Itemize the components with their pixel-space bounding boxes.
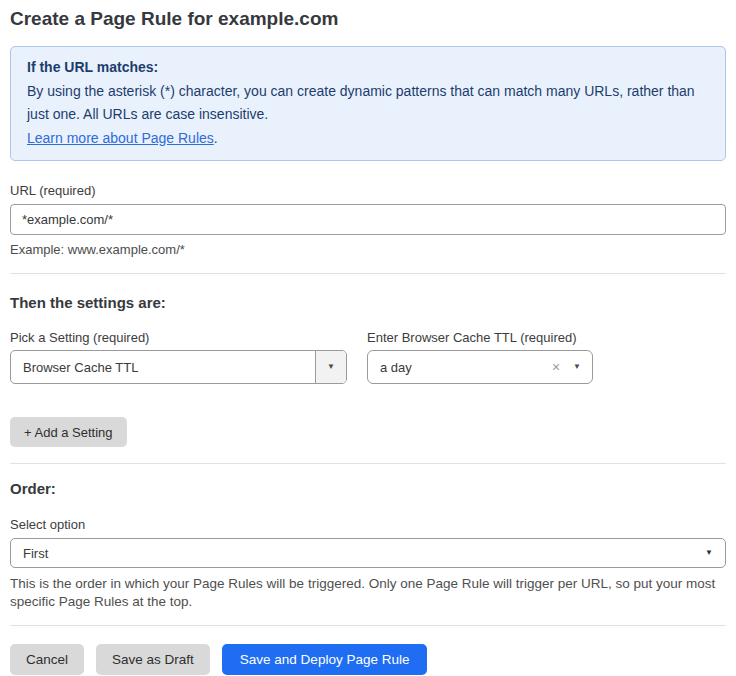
- ttl-picker-column: Enter Browser Cache TTL (required) a day…: [367, 330, 593, 384]
- chevron-down-icon: ▼: [705, 549, 713, 557]
- clear-icon[interactable]: ×: [552, 359, 560, 375]
- url-matches-info-box: If the URL matches: By using the asteris…: [10, 46, 726, 161]
- divider: [10, 625, 726, 626]
- order-section-heading: Order:: [10, 480, 726, 497]
- order-select[interactable]: First ▼: [10, 538, 726, 568]
- info-link-period: .: [214, 130, 218, 146]
- setting-picker-column: Pick a Setting (required) Browser Cache …: [10, 330, 347, 384]
- save-and-deploy-button[interactable]: Save and Deploy Page Rule: [222, 644, 428, 675]
- order-help-text: This is the order in which your Page Rul…: [10, 575, 726, 611]
- chevron-down-icon: ▼: [573, 363, 581, 371]
- divider: [10, 273, 726, 274]
- settings-row: Pick a Setting (required) Browser Cache …: [10, 330, 726, 384]
- info-box-body-text: By using the asterisk (*) character, you…: [27, 83, 695, 123]
- cancel-button[interactable]: Cancel: [10, 644, 84, 675]
- chevron-down-icon: ▼: [327, 363, 335, 371]
- setting-picker-arrow-cell[interactable]: ▼: [315, 351, 346, 383]
- url-field-label: URL (required): [10, 183, 726, 198]
- setting-picker-value: Browser Cache TTL: [11, 360, 315, 375]
- order-select-label: Select option: [10, 517, 726, 532]
- setting-picker-label: Pick a Setting (required): [10, 330, 347, 345]
- divider: [10, 463, 726, 464]
- create-page-rule-form: Create a Page Rule for example.com If th…: [0, 0, 736, 675]
- setting-picker-select[interactable]: Browser Cache TTL ▼: [10, 350, 347, 384]
- settings-section-heading: Then the settings are:: [10, 294, 726, 311]
- page-title: Create a Page Rule for example.com: [10, 8, 726, 30]
- info-box-body: By using the asterisk (*) character, you…: [27, 80, 709, 151]
- learn-more-link[interactable]: Learn more about Page Rules: [27, 130, 214, 146]
- url-field-help: Example: www.example.com/*: [10, 242, 726, 257]
- footer-buttons: Cancel Save as Draft Save and Deploy Pag…: [10, 644, 726, 675]
- order-select-value: First: [23, 546, 705, 561]
- ttl-picker-select[interactable]: a day × ▼: [367, 350, 593, 384]
- add-setting-button[interactable]: + Add a Setting: [10, 417, 127, 447]
- ttl-picker-label: Enter Browser Cache TTL (required): [367, 330, 593, 345]
- url-input[interactable]: [10, 204, 726, 235]
- ttl-picker-value: a day: [380, 360, 552, 375]
- save-as-draft-button[interactable]: Save as Draft: [96, 644, 210, 675]
- info-box-heading: If the URL matches:: [27, 56, 709, 80]
